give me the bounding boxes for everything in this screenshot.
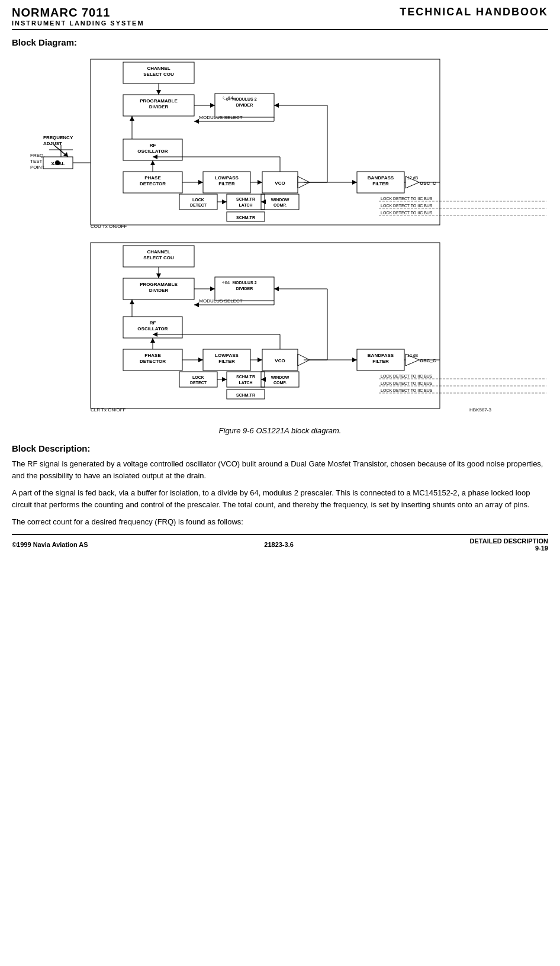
svg-text:ADJUST: ADJUST bbox=[43, 141, 62, 146]
svg-text:÷: ÷ bbox=[222, 95, 225, 101]
page-footer: ©1999 Navia Aviation AS 21823-3.6 DETAIL… bbox=[12, 534, 548, 552]
svg-text:MODULUS 2: MODULUS 2 bbox=[232, 281, 256, 285]
svg-text:OSC_C: OSC_C bbox=[420, 358, 436, 363]
svg-marker-5 bbox=[156, 90, 161, 95]
svg-text:PROGRAMABLE: PROGRAMABLE bbox=[140, 98, 178, 104]
svg-text:MODULUS SELECT: MODULUS SELECT bbox=[199, 115, 242, 120]
svg-text:COMP.: COMP. bbox=[273, 203, 287, 207]
svg-text:LOCK DETECT TO IIC BUS: LOCK DETECT TO IIC BUS bbox=[381, 204, 433, 208]
svg-rect-148 bbox=[227, 372, 265, 387]
doc-title: NORMARC 7011 bbox=[12, 6, 144, 20]
block-description-heading: Block Description: bbox=[12, 443, 548, 453]
svg-text:SCHM.TR: SCHM.TR bbox=[236, 393, 255, 397]
svg-marker-168 bbox=[150, 160, 155, 165]
diagram-container: CHANNEL SELECT COU PROGRAMABLE DIVIDER ÷… bbox=[12, 53, 548, 420]
svg-text:LOWPASS: LOWPASS bbox=[215, 175, 239, 181]
svg-text:BANDPASS: BANDPASS bbox=[368, 175, 394, 181]
footer-doc-number: 21823-3.6 bbox=[264, 541, 294, 548]
svg-rect-75 bbox=[179, 194, 217, 210]
doc-subtitle: INSTRUMENT LANDING SYSTEM bbox=[12, 20, 144, 27]
page: NORMARC 7011 INSTRUMENT LANDING SYSTEM T… bbox=[0, 0, 560, 558]
header-left: NORMARC 7011 INSTRUMENT LANDING SYSTEM bbox=[12, 6, 144, 27]
svg-text:WINDOW: WINDOW bbox=[271, 375, 289, 379]
svg-rect-72 bbox=[261, 194, 299, 210]
svg-text:FREQ.: FREQ. bbox=[30, 153, 44, 158]
svg-marker-166 bbox=[274, 286, 279, 291]
svg-text:SCHM.TR: SCHM.TR bbox=[236, 215, 255, 220]
svg-text:CHANNEL: CHANNEL bbox=[147, 249, 170, 255]
svg-text:SELECT COU: SELECT COU bbox=[143, 72, 174, 77]
svg-text:PROGRAMABLE: PROGRAMABLE bbox=[140, 282, 178, 287]
svg-text:DIVIDER: DIVIDER bbox=[149, 104, 169, 110]
svg-text:DETECT: DETECT bbox=[190, 203, 207, 207]
svg-text:COMP.: COMP. bbox=[273, 381, 287, 385]
svg-text:DIVIDER: DIVIDER bbox=[236, 286, 253, 291]
svg-text:FILTER: FILTER bbox=[372, 359, 389, 364]
footer-right: DETAILED DESCRIPTION 9-19 bbox=[470, 537, 548, 552]
svg-marker-111 bbox=[130, 300, 134, 304]
svg-text:OSC_C: OSC_C bbox=[420, 181, 436, 186]
svg-marker-10 bbox=[210, 103, 215, 108]
svg-text:LOCK DETECT TO IIC BUS: LOCK DETECT TO IIC BUS bbox=[381, 197, 433, 201]
svg-text:COU Tx ON/OFF: COU Tx ON/OFF bbox=[91, 224, 127, 229]
svg-text:SCHM.TR: SCHM.TR bbox=[236, 375, 255, 379]
svg-marker-119 bbox=[198, 358, 203, 362]
svg-text:64: 64 bbox=[228, 95, 233, 101]
svg-marker-93 bbox=[156, 273, 161, 278]
svg-text:VCO: VCO bbox=[275, 181, 285, 186]
svg-text:HBK587-3: HBK587-3 bbox=[469, 407, 491, 413]
manual-type: TECHNICAL HANDBOOK bbox=[400, 6, 548, 18]
svg-text:OSCILLATOR: OSCILLATOR bbox=[137, 326, 168, 331]
svg-marker-104 bbox=[194, 302, 199, 307]
svg-text:LOCK DETECT TO IIC BUS: LOCK DETECT TO IIC BUS bbox=[381, 374, 433, 378]
figure-caption: Figure 9-6 OS1221A block diagram. bbox=[12, 426, 548, 435]
svg-text:LOCK: LOCK bbox=[192, 198, 204, 202]
page-header: NORMARC 7011 INSTRUMENT LANDING SYSTEM T… bbox=[12, 6, 548, 30]
svg-marker-46 bbox=[198, 180, 203, 185]
svg-marker-60 bbox=[352, 180, 357, 185]
svg-text:LOCK DETECT TO IIC BUS: LOCK DETECT TO IIC BUS bbox=[381, 381, 433, 385]
svg-text:RF: RF bbox=[150, 320, 156, 326]
svg-text:FILTER: FILTER bbox=[218, 359, 235, 364]
svg-marker-173 bbox=[153, 154, 157, 159]
block-diagram-svg: CHANNEL SELECT COU PROGRAMABLE DIVIDER ÷… bbox=[14, 53, 546, 420]
svg-text:LOWPASS: LOWPASS bbox=[215, 353, 239, 358]
svg-text:VCO: VCO bbox=[275, 358, 285, 363]
svg-text:X-TAL: X-TAL bbox=[52, 161, 65, 166]
svg-text:DIVIDER: DIVIDER bbox=[236, 103, 253, 107]
footer-page: 9-19 bbox=[535, 545, 548, 552]
svg-marker-86 bbox=[261, 199, 266, 204]
svg-marker-170 bbox=[150, 338, 155, 343]
svg-marker-18 bbox=[194, 119, 199, 124]
svg-marker-50 bbox=[258, 180, 262, 185]
svg-text:FILTER: FILTER bbox=[218, 181, 235, 186]
svg-marker-38 bbox=[130, 116, 134, 121]
svg-marker-123 bbox=[258, 358, 262, 362]
svg-marker-130 bbox=[352, 358, 357, 362]
svg-marker-176 bbox=[153, 332, 157, 337]
svg-text:RF: RF bbox=[150, 143, 156, 148]
svg-text:PHASE: PHASE bbox=[144, 353, 161, 358]
svg-text:SELECT COU: SELECT COU bbox=[143, 255, 174, 260]
svg-text:PHASE: PHASE bbox=[144, 175, 161, 181]
paragraph-3: The correct count for a desired frequenc… bbox=[12, 516, 548, 528]
svg-text:OSCILLATOR: OSCILLATOR bbox=[137, 149, 168, 154]
svg-text:DIVIDER: DIVIDER bbox=[149, 288, 169, 293]
paragraph-1: The RF signal is generated by a voltage … bbox=[12, 458, 548, 481]
svg-text:DETECTOR: DETECTOR bbox=[140, 181, 166, 186]
svg-text:BANDPASS: BANDPASS bbox=[368, 353, 394, 358]
svg-text:MODULUS SELECT: MODULUS SELECT bbox=[199, 298, 242, 304]
footer-section: DETAILED DESCRIPTION bbox=[470, 537, 548, 545]
svg-text:WINDOW: WINDOW bbox=[271, 198, 289, 202]
svg-rect-145 bbox=[179, 372, 217, 387]
svg-text:MODULUS 2: MODULUS 2 bbox=[232, 97, 256, 101]
svg-rect-142 bbox=[261, 372, 299, 387]
svg-rect-78 bbox=[227, 194, 265, 210]
svg-marker-98 bbox=[210, 286, 215, 291]
svg-marker-156 bbox=[261, 377, 266, 382]
svg-marker-84 bbox=[222, 199, 227, 204]
svg-text:DETECTOR: DETECTOR bbox=[140, 359, 166, 364]
svg-text:FILTER: FILTER bbox=[372, 181, 389, 186]
svg-text:LOCK: LOCK bbox=[192, 375, 204, 379]
svg-text:CLR  Tx ON/OFF: CLR Tx ON/OFF bbox=[91, 407, 126, 413]
